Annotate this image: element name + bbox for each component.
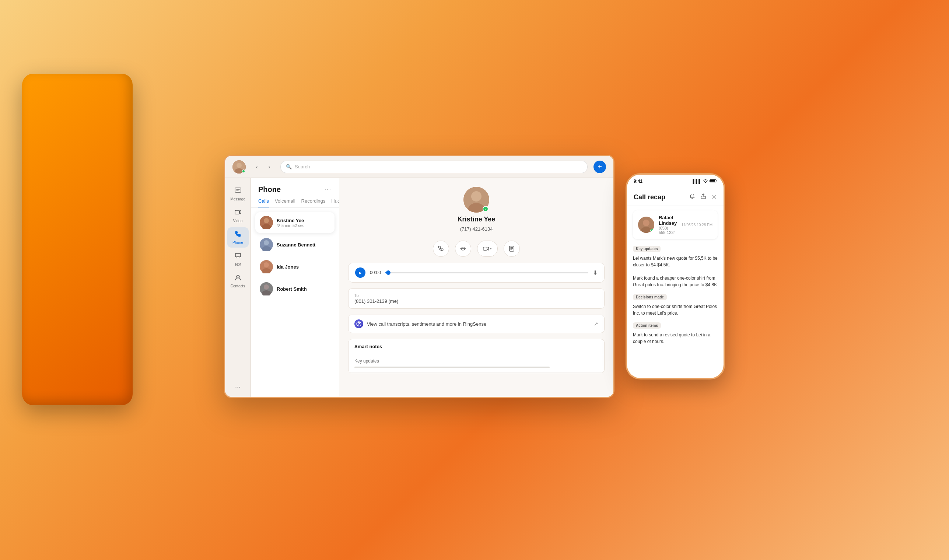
contact-online-status	[483, 206, 489, 212]
call-name-suzanne: Suzanne Bennett	[277, 242, 330, 248]
call-avatar-kristine	[260, 216, 273, 229]
mobile-status-icons: ▌▌▌	[693, 179, 717, 183]
action-buttons: ▾	[348, 241, 604, 257]
svg-point-16	[264, 285, 269, 289]
message-icon	[234, 187, 241, 196]
call-avatar-robert	[260, 282, 273, 295]
phone-panel: Phone ··· Calls Voicemail Recordings Hud…	[251, 178, 339, 397]
online-status-dot	[241, 169, 245, 173]
notes-action-button[interactable]	[504, 241, 520, 257]
call-item-ida[interactable]: Ida Jones	[255, 257, 334, 277]
svg-rect-21	[483, 247, 487, 251]
svg-point-1	[237, 163, 241, 168]
top-bar: ‹ › 🔍 Search +	[225, 156, 614, 178]
contact-phone: (717) 421-6134	[460, 226, 493, 232]
phone-title: Phone	[258, 185, 281, 194]
contact-avatar	[463, 187, 489, 212]
play-button[interactable]: ▶	[355, 268, 366, 278]
section-key-updates: Key updates Lei wants Mark's new quote f…	[633, 245, 718, 288]
smart-notes-title: Smart notes	[349, 339, 604, 354]
add-button[interactable]: +	[594, 161, 606, 173]
tab-voicemail[interactable]: Voicemail	[275, 198, 295, 208]
progress-bar[interactable]	[385, 272, 588, 273]
close-icon[interactable]: ✕	[711, 193, 717, 201]
call-avatar-ida	[260, 260, 273, 273]
tab-recordings[interactable]: Recordings	[301, 198, 326, 208]
call-item-robert[interactable]: Robert Smith	[255, 278, 334, 299]
back-button[interactable]: ‹	[252, 162, 262, 172]
call-list: Kristine Yee ⏱ 5 min 52 sec Suzanne Benn…	[251, 208, 339, 397]
navigation-arrows: ‹ ›	[252, 162, 274, 172]
phone-icon	[234, 230, 241, 240]
call-name-robert: Robert Smith	[277, 286, 330, 292]
call-avatar-suzanne	[260, 238, 273, 251]
video-dropdown-arrow: ▾	[490, 247, 492, 251]
svg-point-29	[643, 220, 649, 226]
ringsense-arrow-icon: ↗	[594, 321, 598, 327]
call-action-button[interactable]	[433, 241, 449, 257]
decisions-text: Switch to one-color shirts from Great Po…	[633, 303, 718, 317]
call-name-kristine: Kristine Yee	[277, 218, 330, 223]
call-recap-content: Rafael Lindsey (650) 555-1234 11/05/23 1…	[627, 206, 723, 378]
call-item-kristine[interactable]: Kristine Yee ⏱ 5 min 52 sec	[255, 212, 334, 233]
decisions-badge: Decisions made	[633, 294, 667, 300]
call-info-robert: Robert Smith	[277, 286, 330, 292]
phone-more-button[interactable]: ···	[325, 186, 332, 193]
mobile-phone: 9:41 ▌▌▌ Call recap	[626, 173, 725, 380]
mobile-title: Call recap	[634, 194, 665, 201]
to-label: To	[354, 293, 598, 298]
sidebar-item-message[interactable]: Message	[227, 184, 249, 204]
recap-contact-phone: (650) 555-1234	[659, 226, 677, 235]
tab-hud[interactable]: Hud	[331, 198, 339, 208]
sidebar-item-contacts[interactable]: Contacts	[227, 271, 249, 291]
ringsense-left: View call transcripts, sentiments and mo…	[354, 319, 486, 328]
section-action-items: Action items Mark to send a revised quot…	[633, 322, 718, 345]
recap-avatar	[638, 217, 654, 233]
tab-calls[interactable]: Calls	[258, 198, 269, 208]
search-bar[interactable]: 🔍 Search	[280, 161, 588, 173]
sidebar-contacts-label: Contacts	[231, 284, 245, 288]
user-avatar[interactable]	[232, 160, 246, 174]
ringsense-icon	[354, 319, 363, 328]
bell-icon[interactable]	[689, 194, 695, 201]
decorative-phone-prop	[22, 74, 132, 405]
svg-rect-4	[235, 210, 240, 214]
call-info-ida: Ida Jones	[277, 264, 330, 270]
wifi-icon	[703, 179, 708, 183]
download-button[interactable]: ⬇	[593, 269, 598, 276]
recap-contact-card: Rafael Lindsey (650) 555-1234 11/05/23 1…	[633, 210, 718, 239]
mobile-header: Call recap ✕	[627, 188, 723, 206]
smart-notes-bar	[354, 366, 550, 368]
key-updates-text: Lei wants Mark's new quote for $5,5K to …	[633, 255, 718, 288]
sidebar-phone-label: Phone	[232, 241, 243, 245]
transfer-action-button[interactable]	[455, 241, 471, 257]
call-item-suzanne[interactable]: Suzanne Bennett	[255, 234, 334, 255]
svg-point-13	[264, 262, 269, 268]
desktop-app: ‹ › 🔍 Search + Message	[224, 155, 615, 398]
sidebar-item-video[interactable]: Video	[227, 206, 249, 226]
sidebar-item-text[interactable]: Text	[227, 249, 249, 269]
svg-rect-27	[710, 180, 715, 182]
call-info-suzanne: Suzanne Bennett	[277, 242, 330, 248]
smart-notes-key-updates: Key updates	[349, 354, 604, 373]
sidebar-more-button[interactable]: ···	[235, 383, 241, 391]
svg-rect-26	[716, 180, 717, 182]
sidebar: Message Video Phone	[225, 178, 251, 397]
detail-panel: Kristine Yee (717) 421-6134	[339, 178, 614, 397]
call-time-kristine: ⏱ 5 min 52 sec	[277, 223, 330, 228]
share-icon[interactable]	[700, 194, 706, 201]
phone-tabs: Calls Voicemail Recordings Hud	[251, 194, 339, 208]
ringsense-link[interactable]: View call transcripts, sentiments and mo…	[348, 315, 604, 333]
svg-point-24	[358, 325, 359, 326]
mobile-status-bar: 9:41 ▌▌▌	[627, 175, 723, 188]
sidebar-text-label: Text	[234, 262, 241, 266]
action-items-text: Mark to send a revised quote to Lei in a…	[633, 332, 718, 345]
video-action-button[interactable]: ▾	[477, 241, 498, 257]
audio-player: ▶ 00:00 ⬇	[348, 263, 604, 283]
progress-fill	[385, 272, 388, 273]
contacts-icon	[234, 274, 241, 283]
sidebar-item-phone[interactable]: Phone	[227, 227, 249, 248]
ringsense-text: View call transcripts, sentiments and mo…	[367, 321, 486, 327]
forward-button[interactable]: ›	[264, 162, 274, 172]
sidebar-video-label: Video	[233, 219, 242, 223]
